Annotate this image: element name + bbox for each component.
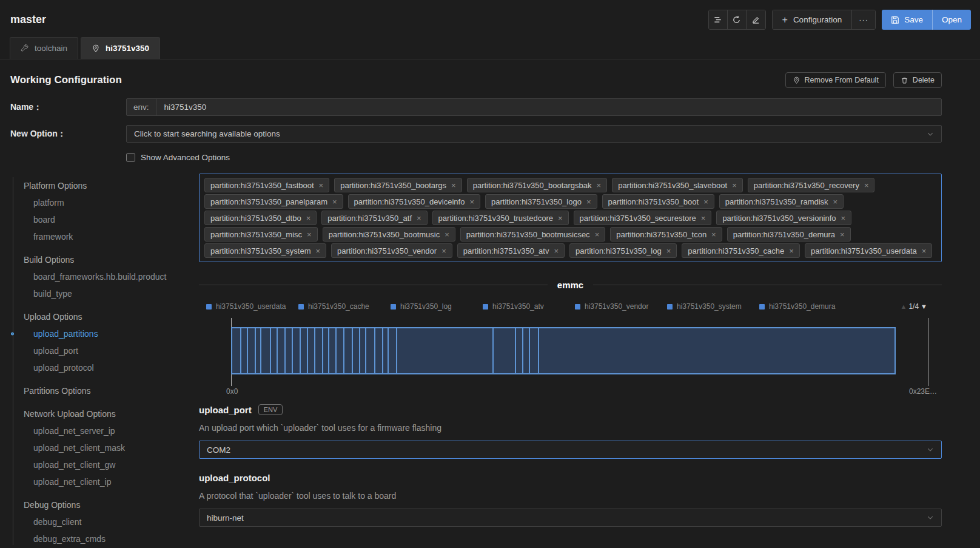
chevron-down-icon [927,446,934,453]
sidebar-item-debug_client[interactable]: debug_client [24,513,199,530]
sidebar-item-upload_partitions[interactable]: upload_partitions [24,325,199,342]
remove-tag-icon[interactable]: × [922,247,927,255]
refresh-icon-button[interactable] [728,10,747,29]
remove-tag-icon[interactable]: × [441,247,446,255]
remove-tag-icon[interactable]: × [451,181,456,189]
save-open-group: Save Open [882,10,971,30]
delete-button[interactable]: Delete [893,72,942,88]
sidebar-group-label: Partitions Options [24,382,199,399]
new-option-label: New Option： [10,129,126,140]
remove-tag-icon[interactable]: × [595,231,600,238]
sidebar-item-label: debug_extra_cmds [33,534,106,544]
sidebar-item-label: upload_net_client_mask [33,443,125,453]
remove-tag-icon[interactable]: × [306,214,311,222]
partition-tag: partition:hi3751v350_log× [569,243,677,258]
remove-tag-icon[interactable]: × [307,231,312,238]
chart-title: emmc [557,280,583,290]
legend-page-down-icon[interactable]: ▼ [921,303,927,310]
upload-protocol-value: hiburn-net [207,513,244,523]
wrench-icon [21,44,29,53]
remove-tag-icon[interactable]: × [554,247,559,255]
sidebar-group: Network Upload Optionsupload_net_server_… [24,405,199,490]
upload-port-value: COM2 [207,445,230,455]
sidebar-item-upload_protocol[interactable]: upload_protocol [24,359,199,376]
tab-toolchain[interactable]: toolchain [10,37,78,59]
sidebar-item-label: build_type [33,289,72,299]
edit-icon-button[interactable] [747,10,765,29]
remove-tag-icon[interactable]: × [586,198,591,206]
partition-tag-label: partition:hi3751v350_misc [210,230,302,239]
sidebar-item-upload_net_server_ip[interactable]: upload_net_server_ip [24,422,199,439]
remove-tag-icon[interactable]: × [666,247,671,255]
remove-tag-icon[interactable]: × [732,181,737,189]
remove-tag-icon[interactable]: × [319,181,324,189]
outline-icon-button[interactable] [709,10,728,29]
remove-tag-icon[interactable]: × [558,214,563,222]
sidebar-group-label: Platform Options [24,177,199,194]
partition-tag: partition:hi3751v350_bootargs× [334,178,462,192]
name-value: hi3751v350 [156,99,941,115]
content: Platform OptionsplatformboardframeworkBu… [0,174,980,548]
remove-tag-icon[interactable]: × [789,247,794,255]
sidebar-item-upload_port[interactable]: upload_port [24,342,199,359]
upload-protocol-select[interactable]: hiburn-net [199,509,942,527]
partition-tag-label: partition:hi3751v350_logo [491,197,582,206]
sidebar-item-board_frameworks.hb.build.product[interactable]: board_frameworks.hb.build.product [24,268,199,285]
configuration-more-button[interactable]: ··· [851,10,875,29]
legend-pager: ▲ 1/4 ▼ [901,302,927,311]
remove-tag-icon[interactable]: × [833,198,838,206]
sidebar-item-debug_extra_cmds[interactable]: debug_extra_cmds [24,530,199,547]
partition-tag-label: partition:hi3751v350_trustedcore [438,214,553,223]
remove-tag-icon[interactable]: × [711,231,716,238]
partition-tag-label: partition:hi3751v350_bootargs [340,181,446,190]
sidebar-item-label: framework [33,232,73,242]
sidebar-item-upload_net_client_ip[interactable]: upload_net_client_ip [24,473,199,490]
save-icon [891,16,899,24]
sidebar-item-framework[interactable]: framework [24,228,199,245]
upload-partitions-tags-field[interactable]: partition:hi3751v350_fastboot×partition:… [199,174,942,262]
remove-tag-icon[interactable]: × [841,214,846,222]
partition-tag: partition:hi3751v350_panelparam× [204,194,343,209]
upload-port-select[interactable]: COM2 [199,441,942,459]
sidebar-item-upload_net_client_mask[interactable]: upload_net_client_mask [24,439,199,456]
open-button[interactable]: Open [932,10,971,30]
upload-port-name: upload_port [199,405,252,415]
legend-item: hi3751v350_demura [759,302,851,311]
remove-tag-icon[interactable]: × [445,231,449,238]
save-button[interactable]: Save [882,10,932,30]
refresh-icon [732,15,741,24]
upload-protocol-description: A protocol that `uploader` tool uses to … [199,491,942,501]
partition-tag-label: partition:hi3751v350_system [210,246,311,255]
sidebar-item-platform[interactable]: platform [24,194,199,211]
location-pin-icon [793,76,800,84]
legend-marker [575,304,580,310]
partition-tag-label: partition:hi3751v350_atf [327,214,412,223]
remove-tag-icon[interactable]: × [701,214,706,222]
add-configuration-button[interactable]: + Configuration [773,10,852,29]
remove-tag-icon[interactable]: × [840,231,845,238]
plus-icon: + [782,15,788,25]
add-configuration-label: Configuration [793,15,842,24]
sidebar-group: Platform Optionsplatformboardframework [24,177,199,245]
sidebar-item-upload_net_client_gw[interactable]: upload_net_client_gw [24,456,199,473]
remove-tag-icon[interactable]: × [417,214,421,222]
legend-marker [483,304,488,310]
sidebar-item-build_type[interactable]: build_type [24,285,199,302]
sidebar-item-board[interactable]: board [24,211,199,228]
remove-tag-icon[interactable]: × [703,198,708,206]
upload-protocol-block: upload_protocol A protocol that `uploade… [199,473,942,527]
remove-tag-icon[interactable]: × [316,247,321,255]
active-item-marker [11,333,14,336]
remove-from-default-button[interactable]: Remove From Default [785,72,886,88]
remove-tag-icon[interactable]: × [597,181,602,189]
remove-tag-icon[interactable]: × [864,181,869,189]
partition-tag: partition:hi3751v350_userdata× [805,243,933,258]
legend-page-up-icon[interactable]: ▲ [901,303,907,310]
remove-tag-icon[interactable]: × [469,198,474,206]
remove-tag-icon[interactable]: × [332,198,337,206]
new-option-search-input[interactable]: Click to start searching available optio… [126,125,942,143]
tab-hi3751v350[interactable]: hi3751v350 [81,37,160,59]
name-input[interactable]: env: hi3751v350 [126,98,942,116]
show-advanced-checkbox[interactable] [126,153,135,162]
sidebar-item-label: upload_partitions [33,329,98,339]
